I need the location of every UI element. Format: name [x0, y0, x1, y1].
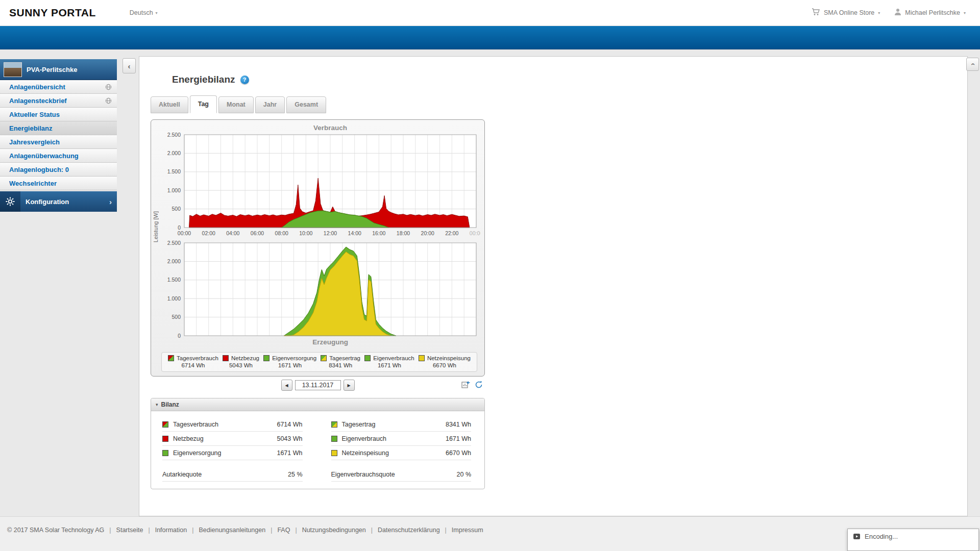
bilanz-value: 8341 Wh	[446, 421, 471, 428]
chart-title-verbrauch: Verbrauch	[184, 124, 476, 132]
bilanz-label: Netzbezug	[173, 435, 204, 442]
collapse-sidebar-button[interactable]: ‹	[122, 58, 136, 73]
sidebar-item-anlagensteckbrief[interactable]: Anlagensteckbrief	[0, 94, 117, 108]
legend-item-netzbezug: Netzbezug5043 Wh	[223, 355, 259, 368]
user-menu[interactable]: Michael Perlitschke ▾	[894, 8, 966, 17]
svg-text:1.500: 1.500	[167, 168, 181, 174]
bilanz-row-tagesverbrauch: Tagesverbrauch6714 Wh	[162, 417, 303, 432]
footer-separator: |	[109, 527, 111, 534]
chevron-down-icon: ▾	[964, 11, 966, 15]
bilanz-row-eigenverbrauch: Eigenverbrauch1671 Wh	[331, 432, 472, 446]
title-row: Energiebilanz ?	[172, 74, 249, 85]
footer-link-information[interactable]: Information	[155, 527, 187, 534]
svg-text:500: 500	[172, 314, 181, 320]
legend-value: 6714 Wh	[181, 362, 205, 368]
svg-text:500: 500	[172, 206, 181, 212]
legend-label: Eigenverbrauch	[373, 355, 414, 361]
footer-link-nutzungsbedingungen[interactable]: Nutzungsbedingungen	[302, 527, 366, 534]
y-axis-label: Leistung [W]	[153, 181, 159, 273]
bilanz-title: Bilanz	[161, 401, 179, 408]
bilanz-value: 20 %	[457, 471, 472, 478]
cart-icon	[812, 8, 820, 17]
tab-gesamt[interactable]: Gesamt	[286, 96, 326, 113]
legend-swatch	[321, 355, 327, 361]
sidebar-item-konfiguration[interactable]: Konfiguration ›	[0, 191, 117, 212]
chart-legend: Tagesverbrauch6714 WhNetzbezug5043 WhEig…	[161, 352, 477, 372]
sidebar-item-jahresvergleich[interactable]: Jahresvergleich	[0, 135, 117, 149]
legend-item-eigenversorgung: Eigenversorgung1671 Wh	[263, 355, 316, 368]
legend-value: 1671 Wh	[378, 362, 401, 368]
bilanz-swatch	[331, 436, 337, 442]
chevron-right-icon: ›	[109, 197, 112, 206]
bilanz-row-netzeinspeisung: Netzeinspeisung6670 Wh	[331, 446, 472, 460]
collapse-caret-icon: ▾	[156, 402, 158, 407]
bilanz-value: 1671 Wh	[446, 435, 471, 442]
help-icon[interactable]: ?	[240, 76, 249, 84]
footer-link-faq[interactable]: FAQ	[277, 527, 290, 534]
tab-aktuell[interactable]: Aktuell	[151, 96, 188, 113]
chart-tools	[461, 381, 483, 389]
sidebar-item-energiebilanz[interactable]: Energiebilanz	[0, 121, 117, 135]
globe-icon	[105, 97, 112, 104]
footer-link-bedienungsanleitungen[interactable]: Bedienungsanleitungen	[199, 527, 265, 534]
language-selector[interactable]: Deutsch ▾	[130, 9, 158, 16]
sidebar-item-anlagen-bersicht[interactable]: Anlagenübersicht	[0, 80, 117, 94]
tab-bar: AktuellTagMonatJahrGesamt	[151, 95, 326, 113]
top-header: SUNNY PORTAL Deutsch ▾ SMA Online Store …	[0, 0, 980, 26]
svg-text:0: 0	[178, 333, 181, 339]
plant-name: PVA-Perlitschke	[27, 66, 77, 73]
previous-day-button[interactable]: ◀	[281, 380, 292, 391]
sidebar-item-aktueller-status[interactable]: Aktueller Status	[0, 108, 117, 121]
legend-label: Netzeinspeisung	[427, 355, 471, 361]
legend-swatch	[419, 355, 425, 361]
legend-entry: Tagesertrag	[321, 355, 360, 361]
chevron-down-icon: ▾	[156, 11, 158, 15]
bilanz-row-eigenversorgung: Eigenversorgung1671 Wh	[162, 446, 303, 460]
svg-text:2.000: 2.000	[167, 258, 181, 264]
footer-link-datenschutzerkl-rung[interactable]: Datenschutzerklärung	[378, 527, 440, 534]
svg-text:02:00: 02:00	[202, 230, 215, 236]
chevron-down-icon: ▾	[878, 11, 880, 15]
bilanz-swatch	[162, 436, 168, 442]
footer-link-impressum[interactable]: Impressum	[452, 527, 483, 534]
erzeugung-chart: 2.5002.0001.5001.0005000	[163, 241, 480, 339]
sma-online-store-link[interactable]: SMA Online Store ▾	[812, 8, 880, 17]
bilanz-label: Tagesverbrauch	[173, 421, 218, 428]
y-axis-label-text: Leistung [W]	[153, 211, 159, 242]
sidebar-item-anlagenlogbuch-0[interactable]: Anlagenlogbuch: 0	[0, 163, 117, 177]
bilanz-row-netzbezug: Netzbezug5043 Wh	[162, 432, 303, 446]
bilanz-label: Eigenverbrauch	[342, 435, 387, 442]
svg-text:20:00: 20:00	[421, 230, 434, 236]
legend-swatch	[223, 355, 229, 361]
export-icon[interactable]	[461, 381, 470, 389]
svg-text:14:00: 14:00	[348, 230, 361, 236]
date-input[interactable]	[295, 380, 341, 390]
collapse-panel-button[interactable]: ›	[966, 58, 979, 71]
sidebar-item-label: Energiebilanz	[9, 124, 53, 132]
sidebar-item-anlagen-berwachung[interactable]: Anlagenüberwachung	[0, 149, 117, 163]
legend-value: 8341 Wh	[329, 362, 352, 368]
legend-label: Netzbezug	[231, 355, 259, 361]
bilanz-label: Netzeinspeisung	[342, 449, 389, 457]
bilanz-header[interactable]: ▾ Bilanz	[151, 398, 484, 411]
svg-text:10:00: 10:00	[299, 230, 312, 236]
footer-separator: |	[192, 527, 193, 534]
user-name: Michael Perlitschke	[905, 9, 960, 16]
tab-tag[interactable]: Tag	[190, 95, 217, 113]
legend-item-netzeinspeisung: Netzeinspeisung6670 Wh	[419, 355, 471, 368]
sidebar-item-wechselrichter[interactable]: Wechselrichter	[0, 177, 117, 190]
footer-separator: |	[371, 527, 373, 534]
legend-item-tagesverbrauch: Tagesverbrauch6714 Wh	[168, 355, 218, 368]
tab-monat[interactable]: Monat	[218, 96, 254, 113]
store-label: SMA Online Store	[824, 9, 874, 16]
bilanz-right-column: Tagesertrag8341 WhEigenverbrauch1671 WhN…	[331, 417, 472, 482]
tab-jahr[interactable]: Jahr	[255, 96, 285, 113]
next-day-button[interactable]: ▶	[344, 380, 355, 391]
plant-header[interactable]: PVA-Perlitschke	[0, 59, 117, 80]
footer-link-startseite[interactable]: Startseite	[116, 527, 143, 534]
sidebar-item-label: Jahresvergleich	[9, 138, 60, 146]
legend-entry: Netzeinspeisung	[419, 355, 471, 361]
refresh-icon[interactable]	[475, 381, 483, 389]
bilanz-swatch	[331, 421, 337, 428]
config-label: Konfiguration	[26, 198, 69, 206]
